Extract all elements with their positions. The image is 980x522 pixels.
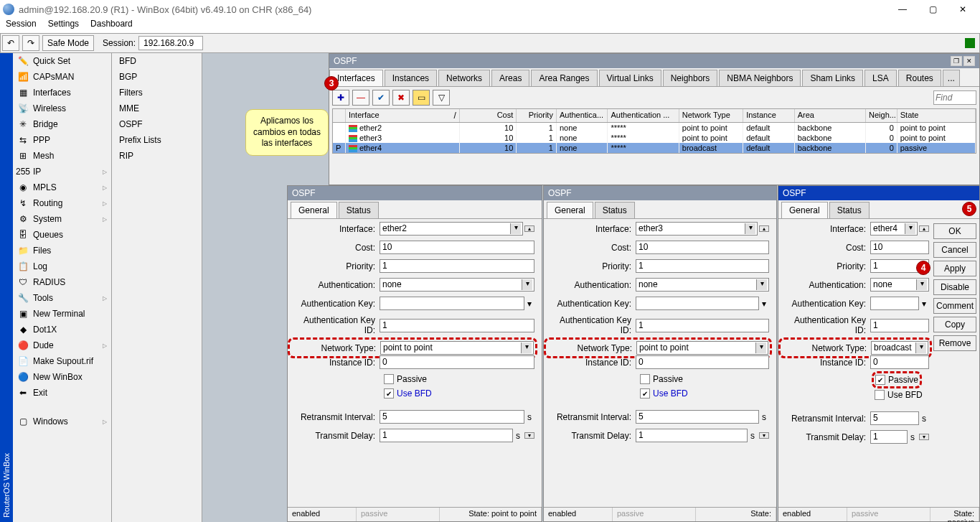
tab-routes[interactable]: Routes	[898, 70, 941, 86]
instid-input[interactable]: 0	[636, 355, 769, 369]
authkey-input[interactable]	[636, 297, 759, 310]
nettype-select[interactable]: broadcast	[871, 341, 928, 355]
auth-select[interactable]: none	[870, 278, 929, 292]
submenu-item-prefix-lists[interactable]: Prefix Lists	[112, 132, 202, 148]
retrans-input[interactable]: 5	[380, 410, 524, 424]
nettype-select[interactable]: point to point	[380, 341, 534, 355]
table-row[interactable]: ether2 101 none***** point to pointdefau…	[333, 123, 976, 133]
tab-status[interactable]: Status	[829, 202, 870, 218]
tab-instances[interactable]: Instances	[385, 70, 437, 86]
bfd-checkbox[interactable]: ✔	[640, 388, 650, 399]
tab-general[interactable]: General	[291, 202, 337, 218]
submenu-item-mme[interactable]: MME	[112, 101, 202, 116]
menu-settings[interactable]: Settings	[48, 19, 79, 33]
sidebar-item-files[interactable]: 📁 Files	[13, 243, 111, 258]
priority-input[interactable]: 1	[636, 259, 769, 273]
tab-nbma-neighbors[interactable]: NBMA Neighbors	[719, 70, 801, 86]
close-button[interactable]: ✕	[948, 1, 977, 18]
tab-networks[interactable]: Networks	[438, 70, 490, 86]
tab-status[interactable]: Status	[339, 202, 379, 218]
down-icon[interactable]: ▾	[919, 434, 929, 440]
passive-checkbox[interactable]: ✔	[875, 375, 885, 385]
apply-button[interactable]: Apply	[933, 261, 976, 276]
tab-status[interactable]: Status	[595, 202, 635, 218]
tab-general[interactable]: General	[781, 202, 828, 218]
tab-areas[interactable]: Areas	[491, 70, 529, 86]
remove-button[interactable]: Remove	[933, 335, 976, 351]
sidebar-item-new-winbox[interactable]: 🔵 New WinBox	[13, 369, 111, 385]
disable-button[interactable]: Disable	[933, 279, 976, 295]
retrans-input[interactable]: 5	[636, 410, 759, 424]
submenu-item-rip[interactable]: RIP	[112, 148, 202, 164]
sidebar-item-capsman[interactable]: 📶 CAPsMAN	[13, 69, 111, 85]
copy-button[interactable]: Copy	[933, 317, 976, 332]
col-header[interactable]: State	[897, 109, 976, 122]
authkeyid-input[interactable]: 1	[636, 319, 769, 332]
submenu-item-ospf[interactable]: OSPF	[112, 116, 202, 132]
sidebar-item-quick-set[interactable]: ✏️ Quick Set	[13, 53, 111, 69]
authkeyid-input[interactable]: 1	[870, 319, 929, 332]
auth-select[interactable]: none	[380, 278, 534, 292]
interface-select[interactable]: ether4	[870, 222, 918, 236]
tab-sham-links[interactable]: Sham Links	[802, 70, 863, 86]
nettype-select[interactable]: point to point	[636, 341, 768, 355]
disable-button[interactable]: ✖	[392, 90, 410, 106]
transdelay-input[interactable]: 1	[380, 429, 513, 442]
sidebar-item-mpls[interactable]: ◉ MPLS ▷	[13, 180, 111, 195]
menu-dashboard[interactable]: Dashboard	[90, 19, 133, 33]
instid-input[interactable]: 0	[870, 355, 929, 369]
sidebar-item-mesh[interactable]: ⊞ Mesh	[13, 148, 111, 164]
sidebar-item-dot1x[interactable]: ◆ Dot1X	[13, 322, 111, 337]
remove-button[interactable]: —	[352, 90, 369, 106]
sidebar-item-exit[interactable]: ⬅ Exit	[13, 385, 111, 401]
submenu-item-bgp[interactable]: BGP	[112, 69, 202, 85]
table-row[interactable]: P ether4 101 none***** broadcastdefault …	[333, 143, 976, 153]
col-header[interactable]: Cost	[460, 109, 517, 122]
bfd-checkbox[interactable]: ✔	[384, 388, 394, 399]
sidebar-item-tools[interactable]: 🔧 Tools ▷	[13, 290, 111, 306]
safe-mode-button[interactable]: Safe Mode	[42, 35, 94, 51]
cost-input[interactable]: 10	[380, 241, 534, 254]
sidebar-item-new-terminal[interactable]: ▣ New Terminal	[13, 306, 111, 322]
submenu-item-filters[interactable]: Filters	[112, 85, 202, 101]
passive-checkbox[interactable]	[384, 374, 394, 384]
up-icon[interactable]: ▴	[919, 225, 929, 232]
sidebar-item-system[interactable]: ⚙ System ▷	[13, 211, 111, 227]
col-header[interactable]: Network Type	[679, 109, 743, 122]
sidebar-item-radius[interactable]: 🛡 RADIUS	[13, 274, 111, 290]
col-header[interactable]	[333, 109, 346, 122]
ospf-restore-icon[interactable]: ❐	[951, 56, 962, 66]
sidebar-item-bridge[interactable]: ✳ Bridge	[13, 116, 111, 132]
sidebar-item-interfaces[interactable]: ▦ Interfaces	[13, 85, 111, 101]
tab-neighbors[interactable]: Neighbors	[663, 70, 718, 86]
transdelay-input[interactable]: 1	[636, 429, 748, 442]
ospf-titlebar[interactable]: OSPF ❐ ✕	[329, 54, 979, 68]
up-icon[interactable]: ▴	[524, 225, 534, 232]
sidebar-item-log[interactable]: 📋 Log	[13, 258, 111, 274]
cost-input[interactable]: 10	[636, 241, 769, 254]
sidebar-item-routing[interactable]: ↯ Routing ▷	[13, 195, 111, 211]
table-row[interactable]: ether3 101 none***** point to pointdefau…	[333, 133, 976, 143]
detail-title[interactable]: OSPF	[778, 186, 979, 200]
sidebar-item-make-supout.rif[interactable]: 📄 Make Supout.rif	[13, 353, 111, 369]
undo-button[interactable]: ↶	[2, 35, 19, 51]
sidebar-item-dude[interactable]: 🔴 Dude ▷	[13, 337, 111, 353]
sidebar-item-ip[interactable]: 255 IP ▷	[13, 164, 111, 180]
comment-button[interactable]: Comment	[933, 298, 976, 314]
filter-button[interactable]: ▽	[433, 90, 450, 106]
detail-title[interactable]: OSPF	[288, 186, 542, 200]
sidebar-item-windows[interactable]: ▢ Windows ▷	[13, 414, 111, 429]
comment-button[interactable]: ▭	[413, 90, 430, 106]
authkey-input[interactable]	[380, 297, 524, 310]
find-input[interactable]	[933, 90, 976, 105]
interface-select[interactable]: ether2	[380, 222, 523, 236]
sidebar-item-queues[interactable]: 🗄 Queues	[13, 227, 111, 243]
auth-select[interactable]: none	[636, 278, 769, 292]
menu-session[interactable]: Session	[6, 19, 37, 33]
grid-header[interactable]: Interface /CostPriorityAuthentica...Auth…	[333, 109, 976, 123]
minimize-button[interactable]: —	[888, 1, 917, 18]
col-header[interactable]: Authentica...	[557, 109, 608, 122]
col-header[interactable]: Authentication ...	[608, 109, 679, 122]
col-header[interactable]: Interface /	[346, 109, 460, 122]
retrans-input[interactable]: 5	[870, 411, 919, 425]
